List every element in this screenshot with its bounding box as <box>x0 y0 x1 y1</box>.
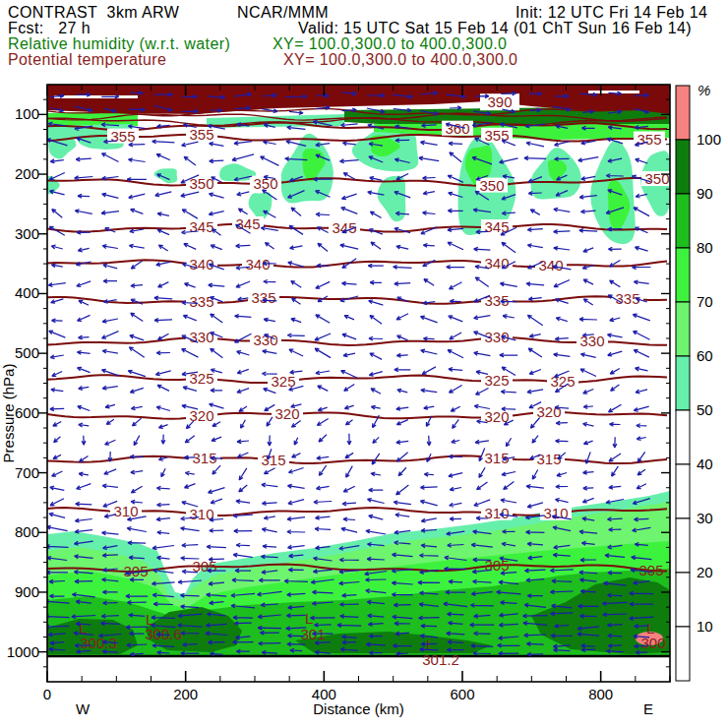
svg-text:340: 340 <box>484 255 509 272</box>
svg-text:355: 355 <box>110 128 135 145</box>
svg-text:350: 350 <box>479 177 504 194</box>
svg-text:900: 900 <box>15 583 39 600</box>
svg-text:200: 200 <box>173 686 198 702</box>
svg-text:390: 390 <box>487 93 512 110</box>
svg-text:305: 305 <box>123 563 148 579</box>
svg-text:360: 360 <box>445 120 469 137</box>
svg-text:325: 325 <box>484 372 509 389</box>
svg-text:305: 305 <box>638 562 663 578</box>
y-axis-title: Pressure (hPa) <box>0 364 17 463</box>
svg-text:300: 300 <box>15 225 39 242</box>
svg-text:400: 400 <box>15 284 39 301</box>
svg-text:345: 345 <box>235 215 260 232</box>
svg-text:340: 340 <box>538 257 563 273</box>
svg-text:10: 10 <box>697 618 713 635</box>
svg-text:0: 0 <box>43 686 51 702</box>
east-end-label: E <box>643 700 653 717</box>
svg-text:301.2: 301.2 <box>422 651 459 668</box>
svg-text:355: 355 <box>189 126 213 143</box>
svg-text:800: 800 <box>588 686 613 702</box>
svg-text:60: 60 <box>697 347 713 364</box>
svg-text:310: 310 <box>484 505 509 521</box>
svg-text:355: 355 <box>637 131 661 148</box>
svg-text:70: 70 <box>697 293 713 310</box>
west-end-label: W <box>76 700 91 717</box>
cross-section-plot: 3603553553553553503503503503453453453453… <box>0 0 728 728</box>
svg-text:500: 500 <box>15 344 39 361</box>
svg-text:50: 50 <box>697 401 713 418</box>
svg-text:200: 200 <box>15 165 39 182</box>
svg-text:345: 345 <box>332 219 356 236</box>
svg-text:20: 20 <box>697 564 713 580</box>
svg-text:600: 600 <box>15 404 39 421</box>
svg-text:325: 325 <box>271 373 295 390</box>
colorbar: 100908070605040302010% <box>676 82 721 681</box>
svg-text:600: 600 <box>450 686 474 702</box>
svg-text:800: 800 <box>15 523 39 540</box>
x-axis-title: Distance (km) <box>313 700 404 717</box>
svg-text:350: 350 <box>644 170 669 187</box>
svg-text:355: 355 <box>484 127 509 144</box>
svg-text:40: 40 <box>697 455 713 472</box>
svg-text:315: 315 <box>261 452 285 468</box>
svg-text:315: 315 <box>536 451 561 467</box>
svg-text:310: 310 <box>113 503 138 519</box>
svg-text:700: 700 <box>15 464 39 481</box>
colorbar-units-label: % <box>698 82 710 98</box>
svg-text:335: 335 <box>251 289 275 306</box>
svg-text:1000: 1000 <box>7 643 39 660</box>
weather-cross-section-page: CONTRAST 3km ARW NCAR/MMM Init: 12 UTC F… <box>0 0 728 728</box>
svg-text:335: 335 <box>484 292 509 309</box>
svg-text:100: 100 <box>15 105 39 122</box>
svg-text:30: 30 <box>697 510 713 526</box>
svg-text:90: 90 <box>697 185 713 202</box>
svg-text:330: 330 <box>189 329 213 345</box>
svg-text:80: 80 <box>697 239 713 256</box>
svg-text:335: 335 <box>189 293 213 310</box>
svg-text:300.6: 300.6 <box>145 626 182 642</box>
svg-text:340: 340 <box>245 256 270 273</box>
svg-text:100: 100 <box>697 131 721 148</box>
svg-text:320: 320 <box>274 405 299 422</box>
